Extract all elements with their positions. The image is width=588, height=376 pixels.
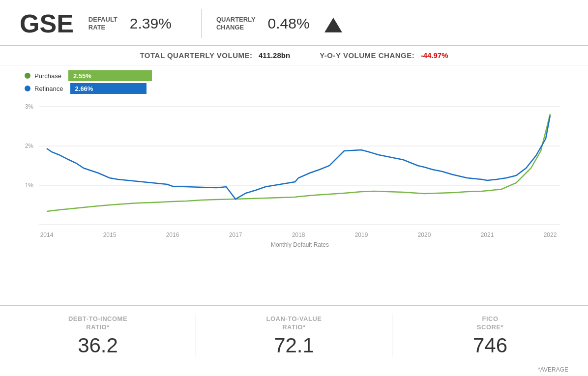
total-volume-group: TOTAL QUARTERLY VOLUME: 411.28bn	[140, 51, 290, 60]
svg-text:2022: 2022	[544, 231, 557, 238]
total-volume-label: TOTAL QUARTERLY VOLUME:	[140, 51, 252, 59]
quarterly-change-group: QUARTERLY CHANGE 0.48%	[216, 15, 342, 32]
purchase-bar-value: 2.55%	[73, 72, 91, 80]
dti-stat-block: DEBT-TO-INCOME RATIO* 36.2	[0, 306, 196, 364]
line-chart: 3% 2% 1% 2014 2015 2016 2017 2018 2019 2…	[20, 97, 568, 251]
purchase-bar: 2.55%	[68, 70, 152, 81]
bottom-section: DEBT-TO-INCOME RATIO* 36.2 LOAN-TO-VALUE…	[0, 305, 588, 376]
total-volume-value: 411.28bn	[259, 51, 290, 59]
chart-svg: 3% 2% 1% 2014 2015 2016 2017 2018 2019 2…	[20, 97, 568, 249]
default-rate-label: DEFAULT RATE	[88, 16, 118, 31]
svg-text:2016: 2016	[166, 231, 179, 238]
quarterly-change-block: QUARTERLY CHANGE	[216, 16, 256, 31]
dti-label: DEBT-TO-INCOME RATIO*	[68, 315, 127, 332]
fico-value: 746	[473, 334, 507, 357]
svg-text:2021: 2021	[481, 231, 494, 238]
refinance-bar: 2.66%	[70, 83, 147, 94]
fico-label: FICO SCORE*	[477, 315, 503, 332]
svg-text:3%: 3%	[25, 103, 34, 110]
purchase-dot-icon	[25, 73, 30, 79]
purchase-legend-label: Purchase	[34, 72, 61, 80]
fico-stat-block: FICO SCORE* 746	[392, 306, 588, 364]
default-rate-block: DEFAULT RATE	[88, 16, 118, 31]
header-divider	[201, 9, 202, 38]
dti-value: 36.2	[78, 334, 118, 357]
ltv-value: 72.1	[274, 334, 314, 357]
svg-text:Monthly Default Rates: Monthly Default Rates	[271, 241, 329, 248]
chart-legend: Purchase 2.55% Refinance 2.66%	[25, 70, 568, 94]
ltv-label: LOAN-TO-VALUE RATIO*	[266, 315, 322, 332]
yoy-volume-label: Y-O-Y VOLUME CHANGE:	[320, 51, 414, 59]
svg-text:2%: 2%	[25, 143, 34, 149]
svg-text:2019: 2019	[355, 231, 368, 238]
refinance-legend-label: Refinance	[34, 85, 63, 92]
default-rate-value: 2.39%	[130, 15, 172, 32]
svg-text:2014: 2014	[40, 231, 54, 238]
legend-purchase: Purchase 2.55%	[25, 70, 568, 81]
up-arrow-icon	[324, 18, 342, 32]
svg-text:1%: 1%	[25, 182, 34, 189]
yoy-volume-value: -44.97%	[421, 51, 448, 59]
svg-text:2018: 2018	[292, 231, 305, 238]
svg-text:2015: 2015	[103, 231, 117, 238]
gse-label: GSE	[20, 9, 74, 38]
bottom-stats-row: DEBT-TO-INCOME RATIO* 36.2 LOAN-TO-VALUE…	[0, 305, 588, 364]
refinance-dot-icon	[25, 86, 30, 91]
dashboard-container: GSE DEFAULT RATE 2.39% QUARTERLY CHANGE …	[0, 0, 588, 376]
ltv-stat-block: LOAN-TO-VALUE RATIO* 72.1	[196, 306, 392, 364]
legend-refinance: Refinance 2.66%	[25, 83, 568, 94]
header-row: GSE DEFAULT RATE 2.39% QUARTERLY CHANGE …	[0, 0, 588, 46]
refinance-bar-value: 2.66%	[75, 85, 93, 92]
quarterly-change-label: QUARTERLY CHANGE	[216, 16, 256, 31]
quarterly-change-value: 0.48%	[268, 15, 310, 32]
chart-area: Purchase 2.55% Refinance 2.66%	[0, 65, 588, 305]
svg-text:2020: 2020	[418, 231, 431, 238]
svg-text:2017: 2017	[229, 231, 242, 238]
yoy-volume-group: Y-O-Y VOLUME CHANGE: -44.97%	[320, 51, 448, 60]
average-note: *AVERAGE	[0, 364, 588, 376]
volume-row: TOTAL QUARTERLY VOLUME: 411.28bn Y-O-Y V…	[0, 46, 588, 65]
